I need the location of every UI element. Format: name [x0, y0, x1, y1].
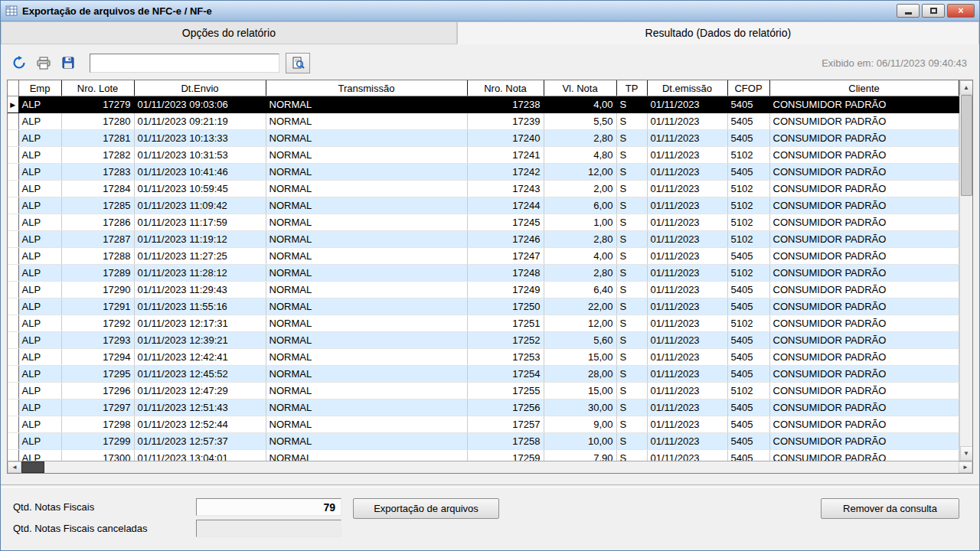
minimize-button[interactable]	[897, 4, 920, 18]
table-row[interactable]: ALP1729601/11/2023 12:47:29NORMAL1725515…	[8, 383, 959, 399]
grid-cell-dt-envio: 01/11/2023 10:41:46	[134, 164, 266, 181]
grid-cell-cliente: CONSUMIDOR PADRÃO	[769, 231, 959, 248]
table-row[interactable]: ALP1728501/11/2023 11:09:42NORMAL172446,…	[8, 197, 959, 214]
table-row[interactable]: ALP1728001/11/2023 09:21:19NORMAL172395,…	[8, 113, 959, 130]
grid-cell-vl-nota: 2,00	[544, 181, 616, 197]
table-row[interactable]: ALP1729001/11/2023 11:29:43NORMAL172496,…	[8, 282, 959, 298]
grid-cell-nro-nota: 17257	[467, 416, 544, 433]
column-header-dt-emissao[interactable]: Dt.emissão	[647, 80, 727, 96]
table-row[interactable]: ALP1728301/11/2023 10:41:46NORMAL1724212…	[8, 164, 959, 181]
grid-cell-transmissao: NORMAL	[266, 265, 467, 282]
grid-cell-dt-envio: 01/11/2023 10:13:33	[134, 130, 266, 147]
table-row[interactable]: ALP1730001/11/2023 13:04:01NORMAL172597,…	[8, 450, 959, 461]
grid-cell-transmissao: NORMAL	[266, 298, 467, 315]
table-row[interactable]: ALP1729101/11/2023 11:55:16NORMAL1725022…	[8, 298, 959, 315]
table-row[interactable]: ALP1728901/11/2023 11:28:12NORMAL172482,…	[8, 265, 959, 282]
row-indicator	[8, 113, 18, 130]
column-header-cfop[interactable]: CFOP	[727, 80, 769, 96]
save-button[interactable]	[59, 54, 77, 72]
table-row[interactable]: ALP1729401/11/2023 12:42:41NORMAL1725315…	[8, 349, 959, 366]
grid-cell-transmissao: NORMAL	[266, 416, 467, 433]
grid-cell-emp: ALP	[18, 298, 61, 315]
scroll-up-button[interactable]: ▲	[960, 80, 973, 95]
maximize-icon	[930, 8, 937, 14]
vertical-scrollbar[interactable]: ▲ ▼	[959, 80, 973, 461]
tab-resultado-dados-do-relatorio[interactable]: Resultado (Dados do relatório)	[457, 21, 979, 44]
column-header-cliente[interactable]: Cliente	[769, 80, 959, 96]
table-row[interactable]: ALP1729801/11/2023 12:52:44NORMAL172579,…	[8, 416, 959, 433]
grid-cell-dt-envio: 01/11/2023 12:57:37	[134, 433, 266, 450]
table-row[interactable]: ALP1729501/11/2023 12:45:52NORMAL1725428…	[8, 366, 959, 383]
grid-cell-dt-envio: 01/11/2023 12:52:44	[134, 416, 266, 433]
column-header-emp[interactable]: Emp	[18, 80, 61, 96]
grid-cell-dt-emissao: 01/11/2023	[647, 231, 727, 248]
grid-cell-dt-emissao: 01/11/2023	[647, 366, 727, 383]
table-row[interactable]: ALP1728401/11/2023 10:59:45NORMAL172432,…	[8, 181, 959, 197]
scroll-right-button[interactable]: ►	[959, 461, 972, 473]
grid-cell-tp: S	[616, 349, 647, 366]
row-indicator	[8, 147, 18, 164]
grid-cell-cfop: 5405	[727, 96, 769, 113]
grid-cell-transmissao: NORMAL	[266, 366, 467, 383]
footer-panel: Qtd. Notas Fiscais Qtd. Notas Fiscais ca…	[1, 487, 979, 550]
titlebar[interactable]: Exportação de arquivos de NFC-e / NF-e ×	[1, 1, 979, 21]
horizontal-scrollbar-track[interactable]	[44, 461, 959, 473]
table-row[interactable]: ALP1729901/11/2023 12:57:37NORMAL1725810…	[8, 433, 959, 450]
column-header-dt-envio[interactable]: Dt.Envio	[134, 80, 266, 96]
grid-cell-cliente: CONSUMIDOR PADRÃO	[769, 416, 959, 433]
grid-cell-cliente: CONSUMIDOR PADRÃO	[769, 349, 959, 366]
table-row[interactable]: ALP1728701/11/2023 11:19:12NORMAL172462,…	[8, 231, 959, 248]
grid-cell-dt-envio: 01/11/2023 10:31:53	[134, 147, 266, 164]
grid-cell-tp: S	[616, 265, 647, 282]
preview-button[interactable]	[286, 53, 310, 73]
export-files-button[interactable]: Exportação de arquivos	[353, 498, 499, 519]
table-row[interactable]: ALP1729201/11/2023 12:17:31NORMAL1725112…	[8, 315, 959, 332]
table-row[interactable]: ALP1728201/11/2023 10:31:53NORMAL172414,…	[8, 147, 959, 164]
grid-cell-dt-emissao: 01/11/2023	[647, 248, 727, 265]
grid-cell-emp: ALP	[18, 181, 61, 197]
table-row[interactable]: ALP1729301/11/2023 12:39:21NORMAL172525,…	[8, 332, 959, 349]
column-header-vl-nota[interactable]: Vl. Nota	[544, 80, 616, 96]
grid-cell-nro-lote: 17296	[61, 383, 134, 399]
tab-label: Opções do relatório	[182, 27, 276, 39]
grid-cell-vl-nota: 28,00	[544, 366, 616, 383]
horizontal-scrollbar-thumb[interactable]	[21, 461, 44, 473]
grid-cell-cfop: 5405	[727, 450, 769, 461]
table-row[interactable]: ▶ALP1727901/11/2023 09:03:06NORMAL172384…	[8, 96, 959, 113]
maximize-button[interactable]	[922, 4, 945, 18]
tab-opcoes-do-relatorio[interactable]: Opções do relatório	[1, 21, 457, 44]
grid-cell-cfop: 5405	[727, 332, 769, 349]
table-row[interactable]: ALP1729701/11/2023 12:51:43NORMAL1725630…	[8, 399, 959, 416]
grid-cell-transmissao: NORMAL	[266, 399, 467, 416]
table-row[interactable]: ALP1728801/11/2023 11:27:25NORMAL172474,…	[8, 248, 959, 265]
remove-from-query-button[interactable]: Remover da consulta	[821, 498, 959, 519]
close-button[interactable]: ×	[947, 4, 975, 18]
vertical-scrollbar-track[interactable]	[960, 196, 973, 446]
scroll-left-button[interactable]: ◄	[8, 461, 21, 473]
grid-cell-dt-emissao: 01/11/2023	[647, 433, 727, 450]
print-button[interactable]	[34, 54, 53, 72]
grid-cell-dt-emissao: 01/11/2023	[647, 265, 727, 282]
grid-cell-vl-nota: 30,00	[544, 399, 616, 416]
column-header-nro-nota[interactable]: Nro. Nota	[467, 80, 544, 96]
horizontal-scrollbar[interactable]: ◄ ►	[7, 461, 973, 474]
grid-cell-nro-nota: 17254	[467, 366, 544, 383]
grid-cell-dt-envio: 01/11/2023 11:27:25	[134, 248, 266, 265]
grid-cell-transmissao: NORMAL	[266, 315, 467, 332]
scroll-down-button[interactable]: ▼	[960, 446, 973, 461]
row-indicator	[8, 450, 18, 461]
grid-cell-nro-nota: 17255	[467, 383, 544, 399]
table-row[interactable]: ALP1728101/11/2023 10:13:33NORMAL172402,…	[8, 130, 959, 147]
minimize-icon	[905, 12, 912, 15]
refresh-button[interactable]	[10, 54, 28, 72]
table-row[interactable]: ALP1728601/11/2023 11:17:59NORMAL172451,…	[8, 214, 959, 231]
grid-cell-tp: S	[616, 433, 647, 450]
grid-header-row: EmpNro. LoteDt.EnvioTransmissãoNro. Nota…	[8, 80, 959, 96]
vertical-scrollbar-thumb[interactable]	[961, 95, 972, 196]
filter-input[interactable]	[90, 54, 279, 73]
column-header-transmissao[interactable]: Transmissão	[266, 80, 467, 96]
column-header-nro-lote[interactable]: Nro. Lote	[61, 80, 134, 96]
grid-cell-cliente: CONSUMIDOR PADRÃO	[769, 265, 959, 282]
grid-cell-emp: ALP	[18, 349, 61, 366]
column-header-tp[interactable]: TP	[616, 80, 647, 96]
